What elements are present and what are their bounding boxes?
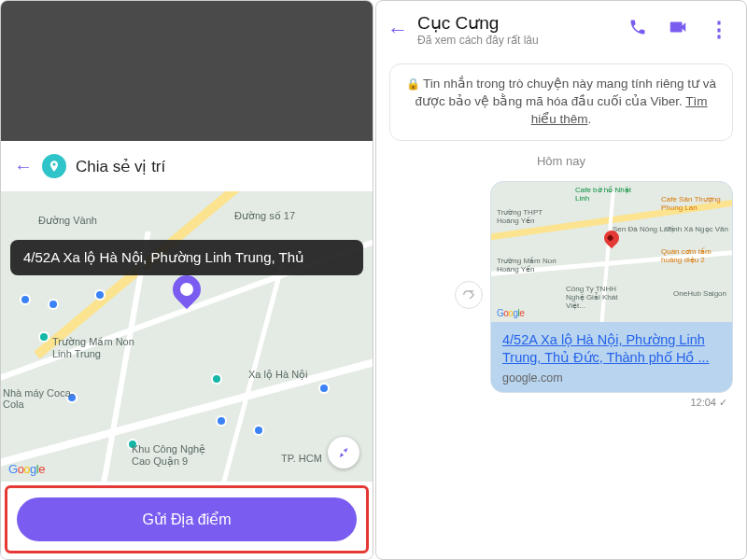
map-poi-dot [94, 289, 106, 301]
map-label: Trường THPT Hoàng Yến [497, 208, 562, 225]
voice-call-icon[interactable] [623, 18, 653, 41]
map-label: Đường số 17 [234, 210, 295, 222]
share-location-sheet: ← Chia sẻ vị trí Đường Vành Đường số 17 [1, 141, 373, 559]
date-separator: Hôm nay [537, 154, 585, 168]
location-message-card[interactable]: Cafe bờ hồ Nhật Linh Cafe Sân Thượng Pho… [490, 181, 733, 394]
sheet-header: ← Chia sẻ vị trí [1, 141, 373, 191]
address-bubble: 4/52A Xa lộ Hà Nội, Phường Linh Trung, T… [10, 240, 363, 275]
map-label: Trường Mầm Non Hoàng Yến [497, 257, 562, 273]
forward-icon[interactable] [455, 281, 483, 309]
phone-left: ← Chia sẻ vị trí Đường Vành Đường số 17 [0, 0, 374, 560]
map-label: Cafe Sân Thượng Phong Lan [661, 195, 726, 212]
location-thumbnail-map: Cafe bờ hồ Nhật Linh Cafe Sân Thượng Pho… [491, 182, 732, 322]
map-label: Nhà máy Coca-Cola [3, 387, 87, 410]
map-area[interactable]: Đường Vành Đường số 17 Trường Mầm Non Li… [1, 191, 373, 482]
sheet-title: Chia sẻ vị trí [76, 157, 165, 176]
send-location-button[interactable]: Gửi Địa điểm [17, 497, 357, 541]
map-poi-dot [211, 373, 222, 385]
map-poi-dot [216, 415, 227, 427]
phone-right: ← Cục Cưng Đã xem cách đây rất lâu ⋮ 🔒Ti… [375, 0, 747, 560]
chat-title-block[interactable]: Cục Cưng Đã xem cách đây rất lâu [417, 12, 613, 47]
map-poi-dot [38, 331, 49, 343]
location-address-link[interactable]: 4/52A Xa lộ Hà Nội, Phường Linh Trung, T… [502, 331, 721, 367]
chat-header: ← Cục Cưng Đã xem cách đây rất lâu ⋮ [376, 1, 746, 54]
lock-icon: 🔒 [406, 77, 420, 91]
encryption-text: Tin nhắn trong trò chuyện này mang tính … [415, 77, 716, 108]
map-label: Đường Vành [38, 215, 97, 227]
more-menu-icon[interactable]: ⋮ [703, 18, 735, 42]
map-poi-dot [253, 425, 264, 436]
location-info: 4/52A Xa lộ Hà Nội, Phường Linh Trung, T… [491, 322, 732, 393]
contact-name: Cục Cưng [417, 12, 613, 34]
chat-body: 🔒Tin nhắn trong trò chuyện này mang tính… [376, 54, 746, 418]
video-call-icon[interactable] [662, 17, 694, 42]
map-label: Tịnh Xá Ngọc Văn [667, 225, 728, 233]
location-domain: google.com [502, 371, 721, 385]
map-poi-dot [318, 383, 330, 394]
google-logo: Google [8, 462, 45, 476]
map-label: Công Ty TNHH Nghệ Giải Khát Việt... [566, 285, 631, 310]
send-button-highlight: Gửi Địa điểm [5, 485, 369, 553]
map-label: Quán cơm tấm hoàng diệu 2 [661, 247, 726, 264]
map-label: TP. HCM [281, 453, 322, 464]
map-poi-dot [48, 299, 59, 310]
map-label: Cafe bờ hồ Nhật Linh [575, 186, 641, 203]
dark-backdrop [1, 1, 373, 141]
message-timestamp: 12:04 ✓ [690, 397, 733, 409]
map-poi-dot [20, 294, 31, 305]
map-label: Trường Mầm Non Linh Trung [52, 336, 136, 359]
back-arrow-icon[interactable]: ← [14, 156, 33, 177]
recenter-button[interactable] [328, 437, 359, 469]
location-pin-icon [42, 154, 66, 178]
message-row: Cafe bờ hồ Nhật Linh Cafe Sân Thượng Pho… [389, 181, 733, 410]
back-arrow-icon[interactable]: ← [388, 18, 408, 42]
google-logo: Google [497, 308, 524, 318]
map-label: Xa lộ Hà Nội [248, 369, 308, 381]
red-pin-icon [604, 231, 619, 245]
map-label: OneHub Saigon [673, 289, 726, 298]
map-label: Sen Đà Nông Lâm [613, 225, 674, 233]
last-seen: Đã xem cách đây rất lâu [417, 34, 613, 47]
map-label: Khu Công Nghệ Cao Quận 9 [132, 443, 216, 468]
encryption-notice: 🔒Tin nhắn trong trò chuyện này mang tính… [389, 63, 733, 141]
